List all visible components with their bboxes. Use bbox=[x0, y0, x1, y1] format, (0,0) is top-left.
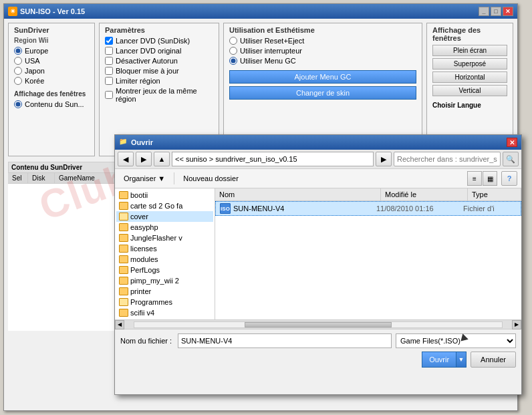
search-input[interactable] bbox=[394, 152, 501, 166]
folder-modules[interactable]: modules bbox=[116, 254, 213, 265]
folder-pimp[interactable]: pimp_my_wii 2 bbox=[116, 275, 213, 286]
folder-bootii-icon bbox=[119, 191, 128, 199]
folder-cover[interactable]: cover bbox=[116, 211, 213, 222]
file-type-0: Fichier d'i bbox=[463, 204, 517, 213]
folder-scifii-label: scifii v4 bbox=[130, 309, 154, 317]
folder-easyphp-icon bbox=[119, 223, 128, 231]
folder-licenses-icon bbox=[119, 245, 128, 253]
ouvrir-button[interactable]: Ouvrir bbox=[422, 352, 456, 368]
folder-jungleflasher-label: JungleFlasher v bbox=[130, 234, 182, 242]
col-type[interactable]: Type bbox=[468, 188, 521, 200]
folder-modules-label: modules bbox=[130, 255, 158, 263]
dialog-toolbar: Organiser ▼ Nouveau dossier ≡ ▦ ? bbox=[115, 169, 521, 188]
filename-label: Nom du fichier : bbox=[120, 337, 174, 345]
view-details-btn[interactable]: ▦ bbox=[483, 171, 497, 186]
folder-pimp-label: pimp_my_wii 2 bbox=[130, 277, 179, 285]
folder-cover-label: cover bbox=[130, 213, 148, 221]
help-button[interactable]: ? bbox=[501, 171, 517, 186]
main-window: ☀ SUN-ISO - Ver 0.15 _ □ ✕ SunDriver Reg… bbox=[3, 3, 518, 411]
organiser-button[interactable]: Organiser ▼ bbox=[119, 172, 170, 184]
view-list-btn[interactable]: ≡ bbox=[467, 171, 482, 186]
up-button[interactable]: ▲ bbox=[154, 152, 170, 166]
file-list-area: Nom Modifié le Type ISO SUN-MENU-V4 11/0… bbox=[215, 188, 521, 319]
folder-carte-sd-icon bbox=[119, 202, 128, 210]
filetype-select[interactable]: Game Files(*.ISO) bbox=[396, 333, 516, 348]
folder-printer-label: printer bbox=[130, 287, 151, 295]
col-nom[interactable]: Nom bbox=[215, 188, 381, 200]
hscroll-left[interactable]: ◀ bbox=[115, 320, 124, 329]
folder-scifii[interactable]: scifii v4 bbox=[116, 307, 213, 318]
filename-row: Nom du fichier : Game Files(*.ISO) bbox=[120, 333, 516, 348]
nouveau-dossier-button[interactable]: Nouveau dossier bbox=[178, 172, 243, 184]
folder-printer[interactable]: printer bbox=[116, 286, 213, 297]
folder-perflogs-label: PerfLogs bbox=[130, 266, 160, 274]
search-button[interactable]: 🔍 bbox=[503, 152, 519, 166]
ouvrir-arrow-button[interactable]: ▼ bbox=[456, 352, 467, 368]
folder-pimp-icon bbox=[119, 277, 128, 285]
hscroll-track[interactable] bbox=[134, 321, 503, 328]
back-button[interactable]: ◀ bbox=[118, 152, 134, 166]
col-modifie[interactable]: Modifié le bbox=[381, 188, 468, 200]
dialog-overlay: 📁 Ouvrir ✕ ◀ ▶ ▲ ▶ 🔍 Organiser ▼ Nouveau… bbox=[4, 4, 517, 410]
dialog-folder-icon: 📁 bbox=[119, 138, 128, 147]
file-icon-0: ISO bbox=[220, 203, 231, 214]
hscroll-thumb[interactable] bbox=[245, 322, 392, 327]
file-area: bootii carte sd 2 Go fa cover easyphp bbox=[115, 188, 521, 319]
filename-input[interactable] bbox=[178, 333, 392, 348]
toolbar-separator bbox=[174, 172, 174, 184]
folder-carte-sd-label: carte sd 2 Go fa bbox=[130, 202, 182, 210]
folder-programmes-label: Programmes bbox=[130, 298, 172, 306]
address-input[interactable] bbox=[172, 152, 374, 166]
folder-perflogs[interactable]: PerfLogs bbox=[116, 265, 213, 275]
folder-printer-icon bbox=[119, 287, 128, 295]
dialog-title: Ouvrir bbox=[131, 138, 153, 146]
folder-licenses-label: licenses bbox=[130, 245, 157, 253]
hscroll-right[interactable]: ▶ bbox=[512, 320, 521, 329]
folder-modules-icon bbox=[119, 255, 128, 263]
dialog-title-bar: 📁 Ouvrir ✕ bbox=[115, 135, 521, 150]
folder-easyphp[interactable]: easyphp bbox=[116, 222, 213, 233]
file-row-0[interactable]: ISO SUN-MENU-V4 11/08/2010 01:16 Fichier… bbox=[215, 201, 521, 216]
ouvrir-split-btn: Ouvrir ▼ bbox=[422, 352, 467, 368]
dialog-bottom: Nom du fichier : Game Files(*.ISO) Ouvri… bbox=[115, 329, 521, 372]
folder-bootii-label: bootii bbox=[130, 191, 148, 199]
forward-button[interactable]: ▶ bbox=[136, 152, 152, 166]
dialog-close-button[interactable]: ✕ bbox=[507, 138, 517, 147]
folder-programmes-icon bbox=[119, 298, 128, 306]
open-dialog: 📁 Ouvrir ✕ ◀ ▶ ▲ ▶ 🔍 Organiser ▼ Nouveau… bbox=[114, 134, 522, 395]
folder-bootii[interactable]: bootii bbox=[116, 190, 213, 200]
folder-scifii-icon bbox=[119, 309, 128, 317]
dialog-action-row: Ouvrir ▼ Annuler bbox=[120, 352, 516, 368]
dialog-address-bar: ◀ ▶ ▲ ▶ 🔍 bbox=[115, 150, 521, 169]
view-controls: ≡ ▦ bbox=[467, 171, 497, 186]
folder-easyphp-label: easyphp bbox=[130, 223, 158, 231]
folder-programmes[interactable]: Programmes bbox=[116, 297, 213, 307]
file-date-0: 11/08/2010 01:16 bbox=[376, 204, 463, 213]
folder-licenses[interactable]: licenses bbox=[116, 243, 213, 254]
folder-jungleflasher-icon bbox=[119, 234, 128, 242]
annuler-button[interactable]: Annuler bbox=[471, 352, 516, 368]
folder-carte-sd[interactable]: carte sd 2 Go fa bbox=[116, 200, 213, 211]
folder-perflogs-icon bbox=[119, 266, 128, 274]
folder-cover-icon bbox=[119, 213, 128, 221]
folder-tree: bootii carte sd 2 Go fa cover easyphp bbox=[115, 188, 215, 319]
file-list-header: Nom Modifié le Type bbox=[215, 188, 521, 201]
file-name-0: SUN-MENU-V4 bbox=[233, 204, 376, 213]
folder-jungleflasher[interactable]: JungleFlasher v bbox=[116, 233, 213, 243]
dialog-hscroll[interactable]: ◀ ▶ bbox=[115, 319, 521, 329]
go-button[interactable]: ▶ bbox=[376, 152, 392, 166]
